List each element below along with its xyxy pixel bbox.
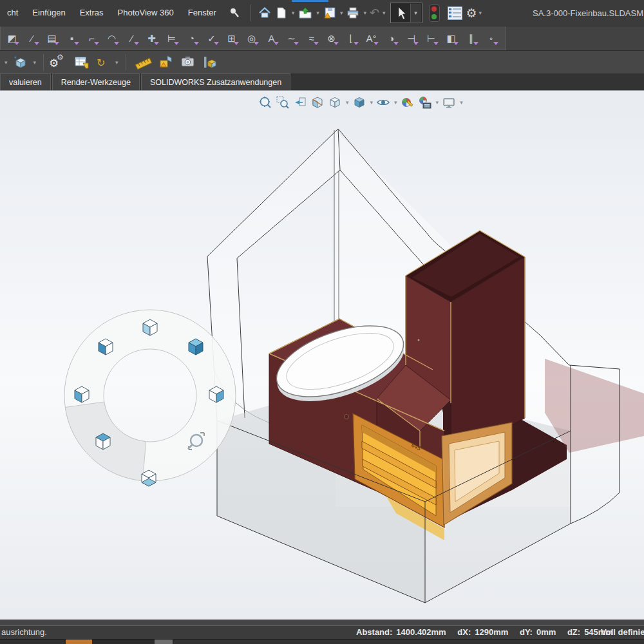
- taskbar-segment: [174, 639, 644, 644]
- interference-detection-icon[interactable]: [156, 53, 178, 72]
- open-button[interactable]: [296, 3, 314, 23]
- view-orientation-wheel[interactable]: [64, 310, 236, 486]
- rebuild-list-icon[interactable]: [448, 6, 462, 20]
- motion-study-dropdown[interactable]: ▾: [115, 59, 118, 66]
- apply-scene-dropdown[interactable]: ▾: [436, 99, 439, 106]
- new-document-button[interactable]: [273, 3, 290, 23]
- dy-value: 0mm: [536, 627, 556, 637]
- new-document-dropdown[interactable]: ▾: [292, 10, 295, 16]
- menu-item[interactable]: Fenster: [181, 0, 223, 26]
- filter-section-lines[interactable]: ∥: [461, 28, 481, 48]
- view-settings-icon[interactable]: [442, 95, 456, 109]
- wheel-view-right[interactable]: [209, 386, 223, 402]
- measure-icon[interactable]: [131, 53, 156, 72]
- undo-dropdown[interactable]: ▾: [383, 10, 386, 16]
- menu-item[interactable]: Einfügen: [25, 0, 72, 26]
- filter-edges[interactable]: ∕: [122, 28, 142, 48]
- lock-keyhole[interactable]: [345, 415, 349, 419]
- filter-annotations[interactable]: ⊞: [222, 28, 242, 48]
- open-dropdown[interactable]: ▾: [316, 10, 319, 16]
- filter-notes[interactable]: A: [261, 28, 281, 48]
- select-tool-dropdown[interactable]: ▾: [410, 4, 421, 22]
- view-orientation-icon[interactable]: [328, 95, 342, 109]
- menu-item[interactable]: PhotoView 360: [111, 0, 181, 26]
- apply-scene-icon[interactable]: [418, 95, 432, 109]
- filter-sketch-segments[interactable]: ⁄: [22, 28, 42, 48]
- wheel-view-isometric[interactable]: [189, 339, 203, 355]
- model-scene[interactable]: 645: [0, 91, 644, 620]
- select-tool-button[interactable]: ▾: [390, 3, 422, 23]
- filter-verify[interactable]: ✓: [202, 28, 222, 48]
- section-view-icon[interactable]: [310, 95, 325, 109]
- dz-label: dZ:: [567, 627, 580, 637]
- snapshot-icon[interactable]: [178, 53, 200, 72]
- filter-points[interactable]: ◦: [481, 28, 501, 48]
- filter-coils[interactable]: ≈: [301, 28, 321, 48]
- options-dropdown[interactable]: ▾: [479, 10, 482, 16]
- zoom-to-area-icon[interactable]: [276, 95, 290, 109]
- bill-of-materials-icon[interactable]: [71, 53, 93, 72]
- pin-menubar-icon[interactable]: [227, 6, 242, 20]
- display-states-icon[interactable]: [429, 5, 440, 22]
- filter-origins[interactable]: ✚: [142, 28, 162, 48]
- filter-connector-left[interactable]: ⊣: [401, 28, 421, 48]
- menu-item[interactable]: Extras: [73, 0, 111, 26]
- filter-faces[interactable]: ▤: [42, 28, 62, 48]
- filter-funnel-icon: [254, 42, 259, 45]
- save-dropdown[interactable]: ▾: [340, 10, 343, 16]
- undo-button[interactable]: ↶: [368, 6, 381, 20]
- wheel-view-top[interactable]: [96, 433, 110, 450]
- display-style-icon[interactable]: [352, 95, 366, 109]
- commandmanager-tab[interactable]: valuieren: [0, 73, 51, 90]
- exploded-view-icon[interactable]: [10, 53, 32, 72]
- taskbar-active-app[interactable]: [66, 639, 92, 644]
- filter-centroids[interactable]: ◑: [381, 28, 401, 48]
- options-gear-icon[interactable]: ⚙: [466, 6, 477, 21]
- filter-funnel-icon: [154, 42, 159, 45]
- exploded-view-dropdown[interactable]: ▾: [33, 59, 37, 66]
- commandmanager-tab[interactable]: Render-Werkzeuge: [52, 73, 140, 90]
- status-bar: ausrichtung. Abstand:1400.402mm dX:1290m…: [0, 626, 644, 639]
- filter-magnifier[interactable]: ◎: [242, 28, 261, 48]
- wheel-view-left[interactable]: [75, 386, 89, 402]
- filter-exclude[interactable]: ⊗: [321, 28, 341, 48]
- filter-vertices[interactable]: ▪: [62, 28, 82, 48]
- commandmanager-tab[interactable]: SOLIDWORKS Zusatzanwendungen: [141, 73, 290, 90]
- wheel-view-bottom[interactable]: [142, 470, 156, 486]
- wheel-view-back[interactable]: [143, 319, 157, 336]
- filter-sketch-contour[interactable]: ⌐: [82, 28, 102, 48]
- filter-arcs[interactable]: ◠: [102, 28, 122, 48]
- view-orientation-dropdown[interactable]: ▾: [346, 99, 349, 106]
- filter-datum-targets[interactable]: ⌊: [341, 28, 361, 48]
- filter-surface-bodies[interactable]: ◧: [441, 28, 461, 48]
- filter-protractor[interactable]: ◔: [182, 28, 202, 48]
- filter-splines[interactable]: ∼: [281, 28, 301, 48]
- filter-connector-right[interactable]: ⊢: [421, 28, 441, 48]
- edit-appearance-icon[interactable]: [401, 95, 415, 109]
- graphics-viewport[interactable]: ▾ ▾ ▾ ▾ ▾: [0, 90, 644, 620]
- zoom-to-fit-icon[interactable]: [258, 95, 272, 109]
- assembly-settings-icon[interactable]: ⚙⚙: [49, 54, 71, 71]
- previous-view-icon[interactable]: [293, 95, 307, 109]
- view-settings-dropdown[interactable]: ▾: [460, 99, 463, 106]
- filter-reference-planes[interactable]: ⊨: [162, 28, 182, 48]
- filter-funnel-icon: [274, 42, 279, 45]
- status-message: ausrichtung.: [1, 627, 47, 637]
- hide-show-items-icon[interactable]: [376, 95, 390, 109]
- save-button[interactable]: [321, 3, 338, 23]
- menu-title-bar: chtEinfügenExtrasPhotoView 360Fenster ▾ …: [0, 0, 644, 26]
- home-button[interactable]: [256, 3, 273, 23]
- hide-show-items-dropdown[interactable]: ▾: [394, 99, 397, 106]
- filter-solid-bodies[interactable]: ◩: [2, 28, 22, 48]
- filter-angle-dimensions[interactable]: A°: [361, 28, 381, 48]
- display-style-dropdown[interactable]: ▾: [370, 99, 374, 106]
- menu-item[interactable]: cht: [0, 0, 25, 26]
- wheel-view-front[interactable]: [99, 339, 113, 355]
- motion-study-icon[interactable]: ↻: [93, 53, 113, 72]
- taskbar-app[interactable]: [155, 639, 173, 644]
- print-dropdown[interactable]: ▾: [363, 10, 366, 16]
- solidworks-window: chtEinfügenExtrasPhotoView 360Fenster ▾ …: [0, 0, 644, 644]
- toolbar-overflow-dropdown[interactable]: ▾: [5, 59, 8, 66]
- assembly-visualization-icon[interactable]: [200, 53, 222, 72]
- print-button[interactable]: [345, 3, 361, 23]
